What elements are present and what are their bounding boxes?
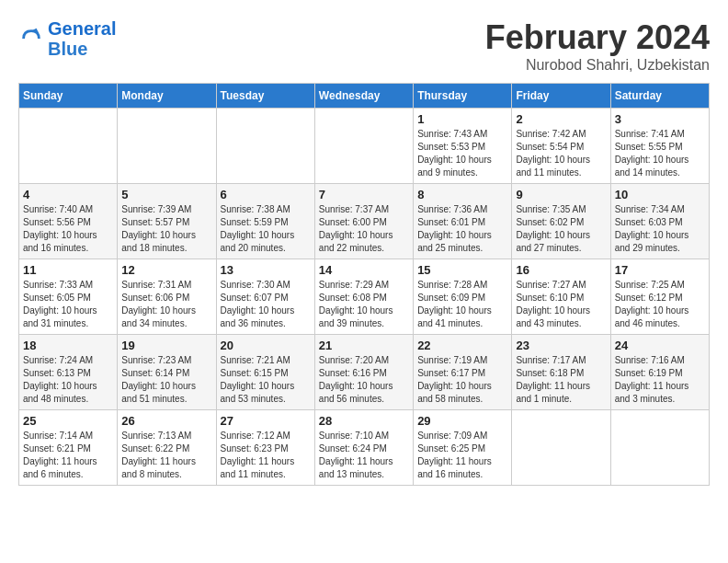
calendar-cell: 21 Sunrise: 7:20 AMSunset: 6:16 PMDaylig… (314, 335, 413, 410)
calendar-cell: 28 Sunrise: 7:10 AMSunset: 6:24 PMDaylig… (314, 410, 413, 486)
day-info: Sunrise: 7:35 AMSunset: 6:02 PMDaylight:… (516, 203, 606, 255)
calendar-cell: 19 Sunrise: 7:23 AMSunset: 6:14 PMDaylig… (118, 335, 216, 410)
day-info: Sunrise: 7:43 AMSunset: 5:53 PMDaylight:… (417, 128, 507, 179)
calendar-cell: 7 Sunrise: 7:37 AMSunset: 6:00 PMDayligh… (314, 184, 413, 259)
calendar-cell: 20 Sunrise: 7:21 AMSunset: 6:15 PMDaylig… (216, 335, 314, 410)
calendar-cell: 10 Sunrise: 7:34 AMSunset: 6:03 PMDaylig… (610, 184, 709, 259)
day-info: Sunrise: 7:25 AMSunset: 6:12 PMDaylight:… (615, 279, 705, 330)
calendar-cell: 18 Sunrise: 7:24 AMSunset: 6:13 PMDaylig… (19, 335, 118, 410)
day-number: 8 (417, 188, 507, 201)
calendar-table: SundayMondayTuesdayWednesdayThursdayFrid… (18, 83, 710, 486)
calendar-week-2: 4 Sunrise: 7:40 AMSunset: 5:56 PMDayligh… (19, 184, 710, 259)
day-number: 15 (417, 263, 507, 277)
day-number: 7 (319, 188, 409, 201)
day-info: Sunrise: 7:39 AMSunset: 5:57 PMDaylight:… (121, 203, 211, 255)
day-info: Sunrise: 7:34 AMSunset: 6:03 PMDaylight:… (615, 203, 705, 255)
day-number: 28 (319, 414, 409, 428)
day-number: 24 (615, 339, 705, 352)
calendar-cell: 9 Sunrise: 7:35 AMSunset: 6:02 PMDayligh… (512, 184, 610, 259)
day-info: Sunrise: 7:13 AMSunset: 6:22 PMDaylight:… (121, 430, 211, 481)
day-number: 4 (23, 188, 113, 201)
calendar-week-4: 18 Sunrise: 7:24 AMSunset: 6:13 PMDaylig… (19, 335, 710, 410)
column-header-tuesday: Tuesday (216, 84, 314, 109)
calendar-cell: 14 Sunrise: 7:29 AMSunset: 6:08 PMDaylig… (314, 259, 413, 335)
calendar-cell: 2 Sunrise: 7:42 AMSunset: 5:54 PMDayligh… (512, 109, 610, 184)
logo-icon (18, 26, 44, 52)
calendar-cell: 11 Sunrise: 7:33 AMSunset: 6:05 PMDaylig… (19, 259, 118, 335)
day-number: 17 (615, 263, 705, 277)
day-number: 2 (516, 112, 606, 126)
title-block: February 2024 Nurobod Shahri, Uzbekistan (485, 18, 710, 74)
calendar-cell: 4 Sunrise: 7:40 AMSunset: 5:56 PMDayligh… (19, 184, 118, 259)
day-number: 26 (121, 414, 211, 428)
day-number: 10 (615, 188, 705, 201)
day-info: Sunrise: 7:31 AMSunset: 6:06 PMDaylight:… (121, 279, 211, 330)
column-header-saturday: Saturday (610, 84, 709, 109)
calendar-header-row: SundayMondayTuesdayWednesdayThursdayFrid… (19, 84, 710, 109)
calendar-cell: 6 Sunrise: 7:38 AMSunset: 5:59 PMDayligh… (216, 184, 314, 259)
location: Nurobod Shahri, Uzbekistan (485, 57, 710, 74)
day-info: Sunrise: 7:28 AMSunset: 6:09 PMDaylight:… (417, 279, 507, 330)
day-number: 22 (417, 339, 507, 352)
calendar-cell: 15 Sunrise: 7:28 AMSunset: 6:09 PMDaylig… (414, 259, 512, 335)
calendar-cell: 1 Sunrise: 7:43 AMSunset: 5:53 PMDayligh… (414, 109, 512, 184)
day-number: 12 (121, 263, 211, 277)
calendar-cell (512, 410, 610, 486)
day-number: 3 (615, 112, 705, 126)
calendar-cell: 8 Sunrise: 7:36 AMSunset: 6:01 PMDayligh… (414, 184, 512, 259)
column-header-wednesday: Wednesday (314, 84, 413, 109)
day-info: Sunrise: 7:10 AMSunset: 6:24 PMDaylight:… (319, 430, 409, 481)
calendar-cell: 13 Sunrise: 7:30 AMSunset: 6:07 PMDaylig… (216, 259, 314, 335)
calendar-week-1: 1 Sunrise: 7:43 AMSunset: 5:53 PMDayligh… (19, 109, 710, 184)
calendar-cell (216, 109, 314, 184)
day-number: 19 (121, 339, 211, 352)
day-number: 6 (221, 188, 311, 201)
day-info: Sunrise: 7:16 AMSunset: 6:19 PMDaylight:… (615, 354, 705, 406)
day-number: 20 (221, 339, 311, 352)
day-info: Sunrise: 7:42 AMSunset: 5:54 PMDaylight:… (516, 128, 606, 179)
calendar-cell: 17 Sunrise: 7:25 AMSunset: 6:12 PMDaylig… (610, 259, 709, 335)
calendar-cell: 3 Sunrise: 7:41 AMSunset: 5:55 PMDayligh… (610, 109, 709, 184)
calendar-cell (314, 109, 413, 184)
day-info: Sunrise: 7:38 AMSunset: 5:59 PMDaylight:… (221, 203, 311, 255)
day-info: Sunrise: 7:24 AMSunset: 6:13 PMDaylight:… (23, 354, 113, 406)
day-info: Sunrise: 7:37 AMSunset: 6:00 PMDaylight:… (319, 203, 409, 255)
day-number: 29 (417, 414, 507, 428)
day-info: Sunrise: 7:40 AMSunset: 5:56 PMDaylight:… (23, 203, 113, 255)
day-number: 18 (23, 339, 113, 352)
day-info: Sunrise: 7:19 AMSunset: 6:17 PMDaylight:… (417, 354, 507, 406)
day-number: 5 (121, 188, 211, 201)
calendar-cell: 23 Sunrise: 7:17 AMSunset: 6:18 PMDaylig… (512, 335, 610, 410)
month-title: February 2024 (485, 18, 710, 57)
day-info: Sunrise: 7:23 AMSunset: 6:14 PMDaylight:… (121, 354, 211, 406)
calendar-cell (19, 109, 118, 184)
calendar-cell: 22 Sunrise: 7:19 AMSunset: 6:17 PMDaylig… (414, 335, 512, 410)
calendar-week-3: 11 Sunrise: 7:33 AMSunset: 6:05 PMDaylig… (19, 259, 710, 335)
calendar-cell (118, 109, 216, 184)
calendar-cell: 16 Sunrise: 7:27 AMSunset: 6:10 PMDaylig… (512, 259, 610, 335)
day-number: 16 (516, 263, 606, 277)
day-info: Sunrise: 7:30 AMSunset: 6:07 PMDaylight:… (221, 279, 311, 330)
day-info: Sunrise: 7:14 AMSunset: 6:21 PMDaylight:… (23, 430, 113, 481)
calendar-cell: 27 Sunrise: 7:12 AMSunset: 6:23 PMDaylig… (216, 410, 314, 486)
column-header-monday: Monday (118, 84, 216, 109)
column-header-sunday: Sunday (19, 84, 118, 109)
day-info: Sunrise: 7:21 AMSunset: 6:15 PMDaylight:… (221, 354, 311, 406)
page-header: General Blue February 2024 Nurobod Shahr… (18, 18, 710, 74)
calendar-cell: 5 Sunrise: 7:39 AMSunset: 5:57 PMDayligh… (118, 184, 216, 259)
day-info: Sunrise: 7:09 AMSunset: 6:25 PMDaylight:… (417, 430, 507, 481)
logo-text: General Blue (48, 18, 116, 59)
day-info: Sunrise: 7:20 AMSunset: 6:16 PMDaylight:… (319, 354, 409, 406)
day-number: 9 (516, 188, 606, 201)
day-number: 21 (319, 339, 409, 352)
day-number: 27 (221, 414, 311, 428)
day-number: 1 (417, 112, 507, 126)
day-number: 14 (319, 263, 409, 277)
day-number: 25 (23, 414, 113, 428)
day-info: Sunrise: 7:27 AMSunset: 6:10 PMDaylight:… (516, 279, 606, 330)
column-header-friday: Friday (512, 84, 610, 109)
calendar-week-5: 25 Sunrise: 7:14 AMSunset: 6:21 PMDaylig… (19, 410, 710, 486)
day-info: Sunrise: 7:41 AMSunset: 5:55 PMDaylight:… (615, 128, 705, 179)
calendar-cell: 12 Sunrise: 7:31 AMSunset: 6:06 PMDaylig… (118, 259, 216, 335)
day-info: Sunrise: 7:36 AMSunset: 6:01 PMDaylight:… (417, 203, 507, 255)
